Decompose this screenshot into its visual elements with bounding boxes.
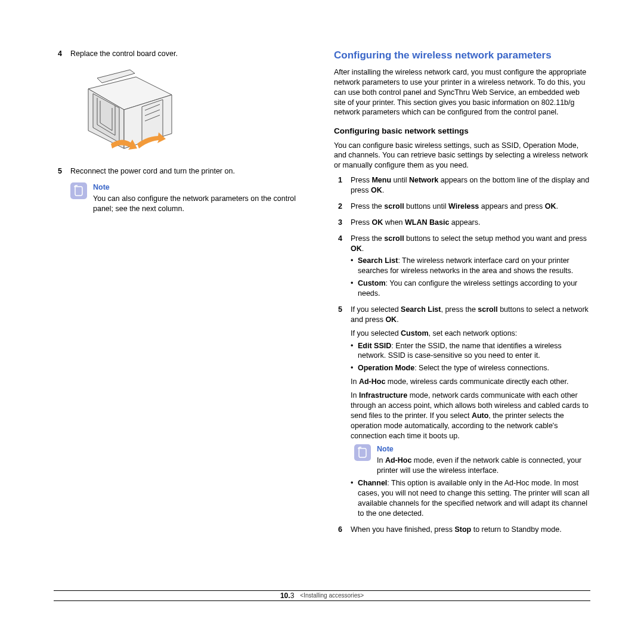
step-number: 3 xyxy=(334,218,342,228)
step-3: 3 Press OK when WLAN Basic appears. xyxy=(334,218,590,228)
step-text: Replace the control board cover. xyxy=(70,49,310,59)
step-number: 4 xyxy=(334,234,342,299)
section-heading: Configuring the wireless network paramet… xyxy=(334,49,590,63)
step-text: Press the scroll buttons until Wireless … xyxy=(351,202,590,212)
step-4r: 4 Press the scroll buttons to select the… xyxy=(334,234,590,299)
printer-illustration xyxy=(70,65,190,160)
bullet-search-list: •Search List: The wireless network inter… xyxy=(351,256,590,276)
step-6: 6 When you have finished, press Stop to … xyxy=(334,525,590,535)
note-block: Note In Ad-Hoc mode, even if the network… xyxy=(354,444,590,476)
note-label: Note xyxy=(377,444,590,454)
note-text: You can also configure the network param… xyxy=(93,194,310,214)
note-icon xyxy=(70,182,87,199)
bullet-custom: •Custom: You can configure the wireless … xyxy=(351,278,590,299)
subsection-heading: Configuring basic network settings xyxy=(334,126,590,137)
svg-rect-10 xyxy=(354,444,371,461)
page-number: 10.3 xyxy=(280,591,294,600)
page-footer: 10.3 <Installing accessories> xyxy=(54,590,590,601)
step-text: Reconnect the power cord and turn the pr… xyxy=(70,166,310,177)
note-label: Note xyxy=(93,182,310,193)
bullet-edit-ssid: •Edit SSID: Enter the SSID, the name tha… xyxy=(351,341,590,361)
subsection-intro: You can configure basic wireless setting… xyxy=(334,141,590,171)
step-4: 4 Replace the control board cover. xyxy=(54,49,310,59)
svg-rect-9 xyxy=(70,182,87,199)
bullet-channel: •Channel: This option is available only … xyxy=(351,478,590,519)
step-number: 2 xyxy=(334,202,342,212)
note-text: In Ad-Hoc mode, even if the network cabl… xyxy=(377,456,590,476)
bullet-operation-mode: •Operation Mode: Select the type of wire… xyxy=(351,363,590,373)
step-number: 5 xyxy=(54,166,62,177)
note-block: Note You can also configure the network … xyxy=(70,182,310,214)
right-column: Configuring the wireless network paramet… xyxy=(334,49,590,540)
step-5r: 5 If you selected Search List, press the… xyxy=(334,305,590,519)
step-text: If you selected Search List, press the s… xyxy=(351,305,590,519)
step-text: Press OK when WLAN Basic appears. xyxy=(351,218,590,228)
note-icon xyxy=(354,444,371,461)
section-intro: After installing the wireless network ca… xyxy=(334,67,590,117)
step-number: 6 xyxy=(334,525,342,535)
step-text: When you have finished, press Stop to re… xyxy=(351,525,590,535)
step-text: Press the scroll buttons to select the s… xyxy=(351,234,590,299)
step-number: 5 xyxy=(334,305,342,519)
step-number: 1 xyxy=(334,175,342,196)
step-5: 5 Reconnect the power cord and turn the … xyxy=(54,166,310,177)
step-2: 2 Press the scroll buttons until Wireles… xyxy=(334,202,590,212)
step-text: Press Menu until Network appears on the … xyxy=(351,175,590,196)
left-column: 4 Replace the control board cover. xyxy=(54,49,310,540)
step-number: 4 xyxy=(54,49,62,59)
footer-section: <Installing accessories> xyxy=(300,592,364,600)
step-1: 1 Press Menu until Network appears on th… xyxy=(334,175,590,196)
